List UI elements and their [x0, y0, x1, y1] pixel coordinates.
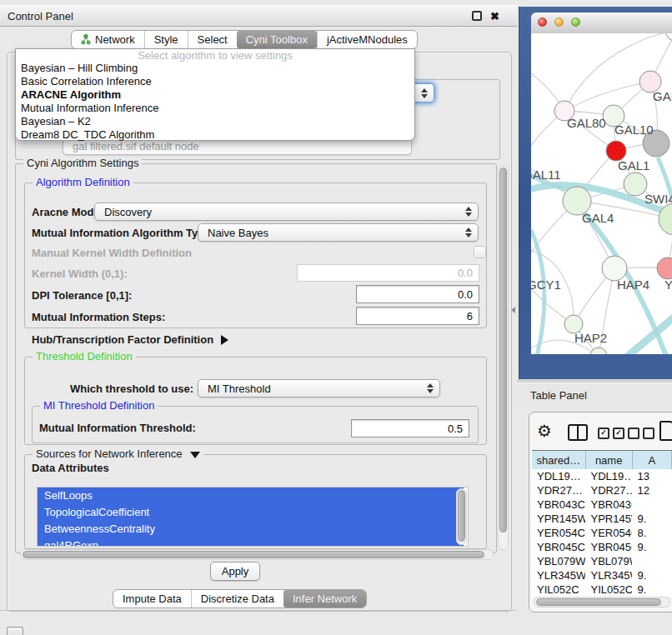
node-salmon[interactable]: [657, 258, 672, 279]
control-panel-titlebar[interactable]: Control Panel ✖: [0, 5, 517, 27]
node-label-gal11: GAL11: [531, 168, 561, 182]
algorithm-option-dream8-dc-tdc-algorithm[interactable]: Dream8 DC_TDC Algorithm: [16, 128, 414, 142]
tab-label: Select: [198, 33, 228, 46]
attribute-item-selfloops[interactable]: SelfLoops: [38, 488, 464, 504]
scrollbar-thumb[interactable]: [499, 168, 507, 532]
table-cell: YPR145W: [532, 512, 585, 526]
kernel-width-field[interactable]: 0.0: [297, 264, 479, 282]
tab-impute-data[interactable]: Impute Data: [113, 590, 191, 608]
table-row[interactable]: YBR043CYBR043C: [532, 498, 672, 512]
collapse-down-icon[interactable]: [190, 452, 200, 458]
tab-label: Network: [95, 33, 135, 46]
algorithm-option-mutual-information-inference[interactable]: Mutual Information Inference: [16, 102, 414, 115]
table-cell: YBR043C: [532, 498, 585, 512]
close-traffic-light-icon[interactable]: [538, 18, 547, 27]
new-column-icon[interactable]: [659, 421, 672, 441]
control-panel-title: Control Panel: [8, 10, 73, 22]
table-row[interactable]: YPR145WYPR145W9.: [532, 512, 672, 526]
table-row[interactable]: YIL052CYIL052C9.: [532, 582, 672, 597]
table-row[interactable]: YER054CYER054C8.: [532, 526, 672, 540]
close-icon[interactable]: ✖: [490, 11, 499, 22]
node-below-gal1[interactable]: [624, 172, 647, 196]
mi-steps-field[interactable]: 6: [356, 307, 479, 325]
table-cell: YLR345W: [585, 568, 632, 582]
which-threshold-combo[interactable]: MI Threshold: [198, 379, 440, 398]
table-panel-titlebar[interactable]: Table Panel: [517, 382, 672, 408]
table-cell: YBL079W: [585, 554, 632, 568]
scrollbar-thumb[interactable]: [458, 490, 465, 542]
table-row[interactable]: YBR045CYBR045C9.: [532, 540, 672, 554]
float-window-icon[interactable]: [472, 11, 482, 21]
algorithm-option-basic-correlation-inference[interactable]: Basic Correlation Inference: [16, 75, 414, 88]
expand-right-icon[interactable]: [221, 335, 228, 345]
table-cell: 8.: [632, 526, 672, 540]
table-body: YDL19…YDL19…13YDR27…YDR27…12YBR043CYBR04…: [532, 469, 672, 597]
tab-select[interactable]: Select: [188, 31, 237, 48]
table-cell: 9.: [632, 582, 672, 597]
attributes-scrollbar[interactable]: [456, 488, 467, 545]
tab-style[interactable]: Style: [144, 31, 188, 48]
gear-icon[interactable]: ⚙: [537, 422, 552, 439]
table-cell: [632, 554, 672, 568]
network-edge-highlighted[interactable]: [531, 230, 544, 354]
table-cell: YER054C: [585, 526, 632, 540]
settings-horizontal-scrollbar[interactable]: [20, 549, 494, 560]
scrollbar-thumb[interactable]: [536, 598, 661, 606]
sources-legend[interactable]: Sources for Network Inference: [33, 448, 203, 460]
mi-type-combo[interactable]: Naive Bayes: [198, 223, 479, 242]
table-cell: 9.: [632, 512, 672, 526]
hub-definition-toggle[interactable]: Hub/Transcription Factor Definition: [32, 333, 228, 346]
manual-kernel-checkbox[interactable]: [474, 246, 486, 258]
tab-discretize-data[interactable]: Discretize Data: [191, 590, 283, 608]
table-horizontal-scrollbar[interactable]: [534, 597, 670, 608]
deselect-checks-icon[interactable]: [628, 428, 654, 439]
panel-resize-handle[interactable]: [511, 307, 515, 313]
network-icon: [81, 34, 91, 45]
bottom-left-mini-button[interactable]: [7, 627, 23, 635]
tab-network[interactable]: Network: [72, 31, 144, 48]
attribute-item-gal4rgexp[interactable]: gal4RGexp: [38, 538, 464, 547]
dropdown-placeholder: Select algorithm to view settings: [16, 49, 414, 62]
combo-arrows-icon: [427, 383, 434, 393]
network-edge[interactable]: [564, 82, 650, 111]
table-panel-title: Table Panel: [530, 389, 587, 402]
dpi-tolerance-field[interactable]: 0.0: [356, 285, 479, 303]
table-row[interactable]: YLR345WYLR345W9.: [532, 568, 672, 582]
node-label-gcy1: GCY1: [531, 278, 561, 292]
split-columns-icon[interactable]: [568, 424, 588, 441]
control-panel-tabs: NetworkStyleSelectCyni ToolboxjActiveMNo…: [71, 30, 418, 49]
tab-cyni-toolbox[interactable]: Cyni Toolbox: [237, 31, 317, 48]
node-top-partial[interactable]: [665, 33, 672, 42]
apply-button[interactable]: Apply: [210, 562, 260, 581]
zoom-traffic-light-icon[interactable]: [571, 18, 580, 27]
network-canvas[interactable]: GALGAL80GAL10GAL1GAL11SWI4GAL4GCY1HAP4YH…: [531, 33, 672, 354]
algorithm-option-bayesian-hill-climbing[interactable]: Bayesian – Hill Climbing: [16, 62, 414, 75]
cyni-settings-legend: Cyni Algorithm Settings: [23, 157, 142, 169]
mi-threshold-field[interactable]: 0.5: [351, 419, 469, 438]
column-header-shared[interactable]: shared…: [532, 451, 586, 470]
attribute-item-topologicalcoefficient[interactable]: TopologicalCoefficient: [38, 504, 464, 521]
tab-jactivemnodules[interactable]: jActiveMNodules: [317, 31, 417, 48]
column-header-a[interactable]: A: [633, 451, 672, 470]
table-cell: YDR27…: [532, 483, 585, 498]
table-row[interactable]: YDL19…YDL19…13: [532, 469, 672, 483]
table-row[interactable]: YDR27…YDR27…12: [532, 483, 672, 498]
aracne-mode-value: Discovery: [104, 206, 152, 218]
algorithm-option-bayesian-k2[interactable]: Bayesian – K2: [16, 115, 414, 128]
node-label-swi4: SWI4: [644, 192, 672, 206]
table-row[interactable]: YBL079WYBL079W: [532, 554, 672, 568]
settings-vertical-scrollbar[interactable]: [498, 165, 509, 550]
select-all-checks-icon[interactable]: ✓✓: [598, 428, 624, 439]
aracne-mode-combo[interactable]: Discovery: [94, 202, 479, 221]
mi-threshold-value: 0.5: [448, 422, 463, 435]
combo-arrows-icon: [465, 207, 472, 217]
mi-type-label: Mutual Information Algorithm Type:: [32, 227, 214, 239]
data-attributes-list[interactable]: SelfLoopsTopologicalCoefficientBetweenne…: [37, 487, 469, 547]
attribute-item-betweennesscentrality[interactable]: BetweennessCentrality: [38, 521, 464, 538]
algorithm-option-aracne-algorithm[interactable]: ARACNE Algorithm: [16, 88, 414, 102]
network-window-titlebar[interactable]: [531, 12, 672, 34]
scrollbar-thumb[interactable]: [23, 551, 484, 558]
minimize-traffic-light-icon[interactable]: [554, 18, 564, 27]
column-header-name[interactable]: name: [586, 451, 633, 470]
tab-infer-network[interactable]: Infer Network: [283, 590, 366, 608]
